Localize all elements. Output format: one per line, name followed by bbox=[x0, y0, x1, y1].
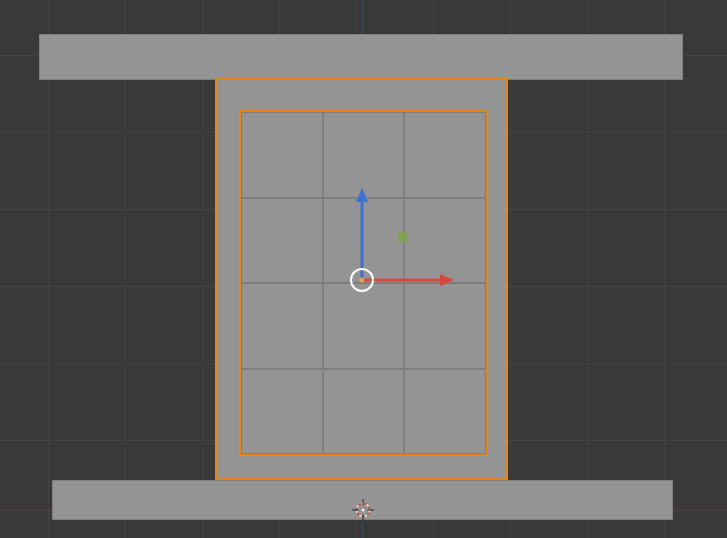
inner-face bbox=[404, 198, 486, 284]
gizmo-free-handle[interactable] bbox=[398, 232, 408, 242]
mesh-flange-top[interactable] bbox=[39, 34, 683, 80]
inner-face bbox=[241, 112, 323, 198]
inner-face bbox=[404, 112, 486, 198]
inner-face bbox=[404, 283, 486, 369]
inner-face bbox=[241, 283, 323, 369]
inner-face bbox=[323, 198, 405, 284]
inner-face bbox=[404, 369, 486, 455]
mesh-selected-center[interactable] bbox=[215, 78, 508, 480]
selected-inner-grid bbox=[241, 112, 486, 454]
inner-face bbox=[241, 198, 323, 284]
inner-face bbox=[323, 283, 405, 369]
selected-inner-loop bbox=[239, 110, 488, 456]
inner-face bbox=[241, 369, 323, 455]
inner-face bbox=[323, 369, 405, 455]
inner-face bbox=[323, 112, 405, 198]
mesh-flange-bottom[interactable] bbox=[52, 480, 673, 520]
